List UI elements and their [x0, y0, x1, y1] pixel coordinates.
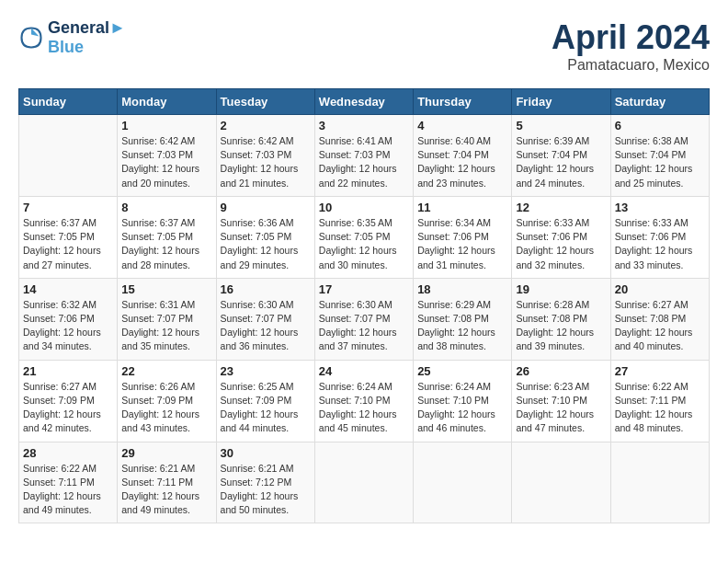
header-sunday: Sunday [19, 89, 118, 115]
calendar-header-row: SundayMondayTuesdayWednesdayThursdayFrid… [19, 89, 710, 115]
title-block: April 2024 Pamatacuaro, Mexico [552, 18, 710, 74]
calendar-cell: 2Sunrise: 6:42 AMSunset: 7:03 PMDaylight… [216, 115, 314, 197]
header-friday: Friday [512, 89, 610, 115]
calendar-cell [314, 442, 413, 523]
day-number: 18 [417, 282, 507, 296]
day-number: 12 [516, 201, 606, 214]
calendar-cell: 15Sunrise: 6:31 AMSunset: 7:07 PMDayligh… [118, 278, 216, 360]
day-number: 7 [23, 201, 113, 214]
day-number: 13 [615, 201, 705, 214]
day-number: 14 [23, 282, 113, 296]
day-info: Sunrise: 6:21 AMSunset: 7:12 PMDaylight:… [221, 462, 311, 518]
day-info: Sunrise: 6:22 AMSunset: 7:11 PMDaylight:… [23, 462, 113, 518]
calendar-cell [512, 442, 610, 523]
calendar-week-2: 7Sunrise: 6:37 AMSunset: 7:05 PMDaylight… [19, 196, 710, 278]
calendar-cell: 28Sunrise: 6:22 AMSunset: 7:11 PMDayligh… [19, 442, 118, 523]
calendar-week-4: 21Sunrise: 6:27 AMSunset: 7:09 PMDayligh… [19, 360, 710, 442]
calendar-cell: 29Sunrise: 6:21 AMSunset: 7:11 PMDayligh… [118, 442, 216, 523]
day-number: 16 [221, 282, 311, 296]
calendar-cell: 17Sunrise: 6:30 AMSunset: 7:07 PMDayligh… [314, 278, 413, 360]
day-number: 5 [516, 119, 606, 132]
day-number: 28 [23, 446, 113, 460]
day-number: 29 [121, 446, 211, 460]
day-info: Sunrise: 6:31 AMSunset: 7:07 PMDaylight:… [121, 298, 211, 354]
day-info: Sunrise: 6:35 AMSunset: 7:05 PMDaylight:… [319, 216, 409, 272]
day-number: 2 [221, 119, 311, 132]
day-number: 19 [516, 282, 606, 296]
day-number: 22 [121, 364, 211, 378]
day-info: Sunrise: 6:41 AMSunset: 7:03 PMDaylight:… [319, 134, 409, 190]
day-info: Sunrise: 6:30 AMSunset: 7:07 PMDaylight:… [319, 298, 409, 354]
calendar-cell: 9Sunrise: 6:36 AMSunset: 7:05 PMDaylight… [216, 196, 314, 278]
day-info: Sunrise: 6:42 AMSunset: 7:03 PMDaylight:… [221, 134, 311, 190]
day-info: Sunrise: 6:26 AMSunset: 7:09 PMDaylight:… [121, 380, 211, 436]
day-info: Sunrise: 6:37 AMSunset: 7:05 PMDaylight:… [121, 216, 211, 272]
day-info: Sunrise: 6:28 AMSunset: 7:08 PMDaylight:… [516, 298, 606, 354]
calendar-cell: 8Sunrise: 6:37 AMSunset: 7:05 PMDaylight… [118, 196, 216, 278]
logo-text: General► Blue [48, 18, 126, 57]
day-number: 3 [319, 119, 409, 132]
day-number: 25 [417, 364, 507, 378]
calendar-cell: 26Sunrise: 6:23 AMSunset: 7:10 PMDayligh… [512, 360, 610, 442]
calendar-cell: 27Sunrise: 6:22 AMSunset: 7:11 PMDayligh… [610, 360, 709, 442]
logo-icon [18, 25, 44, 51]
day-info: Sunrise: 6:38 AMSunset: 7:04 PMDaylight:… [615, 134, 705, 190]
calendar-cell: 12Sunrise: 6:33 AMSunset: 7:06 PMDayligh… [512, 196, 610, 278]
day-info: Sunrise: 6:36 AMSunset: 7:05 PMDaylight:… [221, 216, 311, 272]
calendar-cell: 23Sunrise: 6:25 AMSunset: 7:09 PMDayligh… [216, 360, 314, 442]
calendar-cell: 18Sunrise: 6:29 AMSunset: 7:08 PMDayligh… [414, 278, 512, 360]
day-info: Sunrise: 6:27 AMSunset: 7:09 PMDaylight:… [23, 380, 113, 436]
day-info: Sunrise: 6:27 AMSunset: 7:08 PMDaylight:… [615, 298, 705, 354]
day-number: 26 [516, 364, 606, 378]
day-number: 27 [615, 364, 705, 378]
calendar-week-1: 1Sunrise: 6:42 AMSunset: 7:03 PMDaylight… [19, 115, 710, 197]
day-info: Sunrise: 6:33 AMSunset: 7:06 PMDaylight:… [615, 216, 705, 272]
calendar-cell: 1Sunrise: 6:42 AMSunset: 7:03 PMDaylight… [118, 115, 216, 197]
day-info: Sunrise: 6:37 AMSunset: 7:05 PMDaylight:… [23, 216, 113, 272]
day-info: Sunrise: 6:32 AMSunset: 7:06 PMDaylight:… [23, 298, 113, 354]
calendar-cell: 21Sunrise: 6:27 AMSunset: 7:09 PMDayligh… [19, 360, 118, 442]
day-number: 1 [121, 119, 211, 132]
day-number: 11 [417, 201, 507, 214]
header-monday: Monday [118, 89, 216, 115]
calendar-cell [414, 442, 512, 523]
calendar-cell: 30Sunrise: 6:21 AMSunset: 7:12 PMDayligh… [216, 442, 314, 523]
calendar-table: SundayMondayTuesdayWednesdayThursdayFrid… [18, 88, 710, 523]
day-number: 10 [319, 201, 409, 214]
day-info: Sunrise: 6:23 AMSunset: 7:10 PMDaylight:… [516, 380, 606, 436]
calendar-cell: 6Sunrise: 6:38 AMSunset: 7:04 PMDaylight… [610, 115, 709, 197]
day-number: 24 [319, 364, 409, 378]
calendar-week-3: 14Sunrise: 6:32 AMSunset: 7:06 PMDayligh… [19, 278, 710, 360]
calendar-cell: 10Sunrise: 6:35 AMSunset: 7:05 PMDayligh… [314, 196, 413, 278]
calendar-cell: 7Sunrise: 6:37 AMSunset: 7:05 PMDaylight… [19, 196, 118, 278]
day-info: Sunrise: 6:30 AMSunset: 7:07 PMDaylight:… [221, 298, 311, 354]
page-header: General► Blue April 2024 Pamatacuaro, Me… [18, 18, 710, 74]
calendar-cell: 3Sunrise: 6:41 AMSunset: 7:03 PMDaylight… [314, 115, 413, 197]
day-info: Sunrise: 6:39 AMSunset: 7:04 PMDaylight:… [516, 134, 606, 190]
calendar-cell: 24Sunrise: 6:24 AMSunset: 7:10 PMDayligh… [314, 360, 413, 442]
calendar-cell: 11Sunrise: 6:34 AMSunset: 7:06 PMDayligh… [414, 196, 512, 278]
day-info: Sunrise: 6:29 AMSunset: 7:08 PMDaylight:… [417, 298, 507, 354]
calendar-cell: 20Sunrise: 6:27 AMSunset: 7:08 PMDayligh… [610, 278, 709, 360]
calendar-cell: 4Sunrise: 6:40 AMSunset: 7:04 PMDaylight… [414, 115, 512, 197]
day-number: 21 [23, 364, 113, 378]
day-number: 6 [615, 119, 705, 132]
day-info: Sunrise: 6:22 AMSunset: 7:11 PMDaylight:… [615, 380, 705, 436]
calendar-cell: 19Sunrise: 6:28 AMSunset: 7:08 PMDayligh… [512, 278, 610, 360]
day-info: Sunrise: 6:24 AMSunset: 7:10 PMDaylight:… [319, 380, 409, 436]
calendar-cell: 13Sunrise: 6:33 AMSunset: 7:06 PMDayligh… [610, 196, 709, 278]
day-number: 17 [319, 282, 409, 296]
calendar-cell: 16Sunrise: 6:30 AMSunset: 7:07 PMDayligh… [216, 278, 314, 360]
day-info: Sunrise: 6:25 AMSunset: 7:09 PMDaylight:… [221, 380, 311, 436]
day-number: 4 [417, 119, 507, 132]
calendar-cell [19, 115, 118, 197]
day-info: Sunrise: 6:42 AMSunset: 7:03 PMDaylight:… [121, 134, 211, 190]
calendar-cell: 25Sunrise: 6:24 AMSunset: 7:10 PMDayligh… [414, 360, 512, 442]
day-number: 9 [221, 201, 311, 214]
header-tuesday: Tuesday [216, 89, 314, 115]
calendar-cell: 5Sunrise: 6:39 AMSunset: 7:04 PMDaylight… [512, 115, 610, 197]
day-number: 23 [221, 364, 311, 378]
calendar-cell: 22Sunrise: 6:26 AMSunset: 7:09 PMDayligh… [118, 360, 216, 442]
day-info: Sunrise: 6:24 AMSunset: 7:10 PMDaylight:… [417, 380, 507, 436]
calendar-cell [610, 442, 709, 523]
